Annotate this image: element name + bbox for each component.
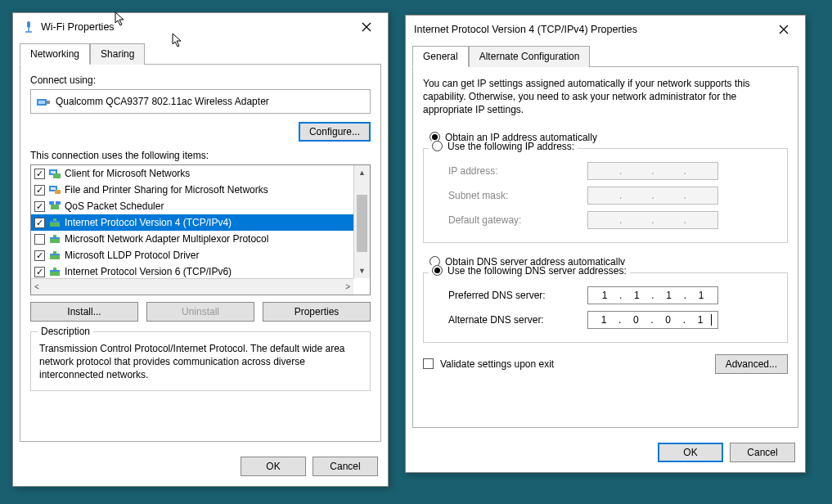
list-item[interactable]: Internet Protocol Version 4 (TCP/IPv4): [31, 214, 353, 231]
alternate-dns-input[interactable]: 1. 0. 0. 1: [587, 311, 718, 329]
svg-rect-16: [56, 201, 61, 205]
titlebar: Internet Protocol Version 4 (TCP/IPv4) P…: [406, 16, 805, 42]
ip-address-label: IP address:: [448, 165, 579, 177]
svg-rect-15: [49, 201, 54, 205]
checkbox-icon[interactable]: [34, 267, 45, 277]
checkbox-icon[interactable]: [34, 218, 45, 228]
svg-rect-10: [53, 173, 61, 178]
scroll-right-icon[interactable]: >: [345, 282, 350, 291]
radio-checked-icon: [432, 265, 443, 276]
svg-rect-14: [51, 205, 59, 209]
svg-rect-19: [50, 221, 60, 223]
wifi-properties-dialog: Wi-Fi Properties Networking Sharing Conn…: [12, 12, 389, 487]
validate-checkbox[interactable]: Validate settings upon exit: [423, 358, 554, 370]
close-button[interactable]: [352, 16, 381, 38]
svg-rect-26: [50, 272, 60, 276]
tab-alternate[interactable]: Alternate Configuration: [469, 46, 591, 67]
list-item-label: Internet Protocol Version 6 (TCP/IPv6): [65, 266, 232, 277]
proto-icon: [48, 265, 61, 278]
list-item-label: Internet Protocol Version 4 (TCP/IPv4): [65, 217, 232, 228]
checkbox-unchecked-icon: [423, 358, 434, 369]
adapter-icon: [36, 96, 51, 107]
svg-rect-20: [50, 239, 60, 243]
list-item-label: Microsoft LLDP Protocol Driver: [65, 250, 200, 261]
list-item[interactable]: File and Printer Sharing for Microsoft N…: [31, 182, 353, 198]
description-label: Description: [38, 326, 93, 337]
list-item-label: QoS Packet Scheduler: [65, 200, 164, 212]
checkbox-icon[interactable]: [34, 234, 45, 245]
tab-body: You can get IP settings assigned automat…: [412, 66, 798, 428]
svg-rect-17: [50, 223, 60, 227]
list-item[interactable]: Internet Protocol Version 6 (TCP/IPv6): [31, 263, 353, 278]
advanced-button[interactable]: Advanced...: [715, 354, 788, 374]
cursor-icon: [115, 11, 128, 28]
svg-rect-28: [50, 270, 60, 272]
connection-items-list[interactable]: Client for Microsoft NetworksFile and Pr…: [30, 164, 371, 295]
ok-button[interactable]: OK: [241, 457, 306, 476]
ok-button[interactable]: OK: [658, 443, 723, 462]
description-text: Transmission Control Protocol/Internet P…: [39, 342, 362, 382]
gateway-input: ...: [587, 211, 718, 229]
dns-manual-label: Use the following DNS server addresses:: [447, 265, 627, 277]
tab-general[interactable]: General: [412, 46, 469, 67]
install-button[interactable]: Install...: [30, 302, 138, 322]
svg-rect-12: [51, 187, 56, 190]
connect-using-label: Connect using:: [30, 74, 371, 86]
client-icon: [48, 167, 61, 180]
proto-icon: [48, 216, 61, 229]
svg-rect-13: [55, 190, 61, 194]
proto-icon: [48, 232, 61, 245]
checkbox-icon[interactable]: [34, 169, 45, 179]
tab-networking[interactable]: Networking: [20, 43, 90, 65]
dialog-title: Wi-Fi Properties: [41, 21, 352, 33]
tab-body: Connect using: Qualcomm QCA9377 802.11ac…: [20, 64, 381, 442]
checkbox-icon[interactable]: [34, 201, 45, 212]
cancel-button[interactable]: Cancel: [313, 457, 378, 476]
description-group: Description Transmission Control Protoco…: [30, 331, 371, 391]
ip-manual-group: Use the following IP address: IP address…: [423, 148, 788, 243]
proto-icon: [48, 249, 61, 262]
tab-sharing[interactable]: Sharing: [90, 43, 145, 65]
dns-manual-radio[interactable]: Use the following DNS server addresses:: [429, 265, 630, 277]
titlebar: Wi-Fi Properties: [13, 13, 388, 39]
list-item[interactable]: Client for Microsoft Networks: [31, 165, 353, 182]
items-label: This connection uses the following items…: [30, 150, 371, 161]
dialog-title: Internet Protocol Version 4 (TCP/IPv4) P…: [414, 24, 769, 35]
preferred-dns-input[interactable]: 1. 1. 1. 1: [587, 286, 718, 304]
text-caret: [711, 314, 712, 326]
list-item-label: File and Printer Sharing for Microsoft N…: [65, 184, 268, 196]
list-item[interactable]: QoS Packet Scheduler: [31, 198, 353, 214]
checkbox-icon[interactable]: [34, 185, 45, 196]
ip-manual-label: Use the following IP address:: [447, 141, 574, 152]
horizontal-scrollbar[interactable]: < >: [31, 278, 353, 295]
list-item-label: Client for Microsoft Networks: [65, 168, 190, 179]
properties-button[interactable]: Properties: [263, 302, 371, 322]
scroll-down-icon[interactable]: ▼: [354, 263, 370, 278]
dns-manual-group: Use the following DNS server addresses: …: [423, 272, 788, 343]
cancel-button[interactable]: Cancel: [730, 443, 795, 462]
adapter-name: Qualcomm QCA9377 802.11ac Wireless Adapt…: [56, 96, 269, 107]
tab-strip: General Alternate Configuration: [406, 42, 805, 66]
scroll-left-icon[interactable]: <: [34, 282, 39, 291]
share-icon: [48, 183, 61, 196]
scroll-up-icon[interactable]: ▲: [354, 165, 370, 180]
ip-manual-radio[interactable]: Use the following IP address:: [429, 141, 578, 152]
info-text: You can get IP settings assigned automat…: [423, 77, 788, 117]
svg-rect-25: [50, 254, 60, 255]
svg-rect-22: [50, 237, 60, 239]
list-item[interactable]: Microsoft LLDP Protocol Driver: [31, 247, 353, 263]
validate-label: Validate settings upon exit: [440, 358, 554, 370]
checkbox-icon[interactable]: [34, 250, 45, 261]
configure-button[interactable]: Configure...: [299, 122, 371, 142]
tab-strip: Networking Sharing: [13, 39, 388, 64]
qos-icon: [48, 200, 61, 213]
close-button[interactable]: [769, 19, 798, 40]
vertical-scrollbar[interactable]: ▲ ▼: [353, 165, 370, 278]
wifi-icon: [21, 20, 36, 34]
subnet-label: Subnet mask:: [448, 190, 579, 201]
svg-rect-7: [47, 101, 50, 104]
list-item[interactable]: Microsoft Network Adapter Multiplexor Pr…: [31, 231, 353, 247]
scroll-thumb[interactable]: [357, 195, 367, 252]
adapter-field[interactable]: Qualcomm QCA9377 802.11ac Wireless Adapt…: [30, 89, 371, 114]
subnet-input: ...: [587, 187, 718, 205]
